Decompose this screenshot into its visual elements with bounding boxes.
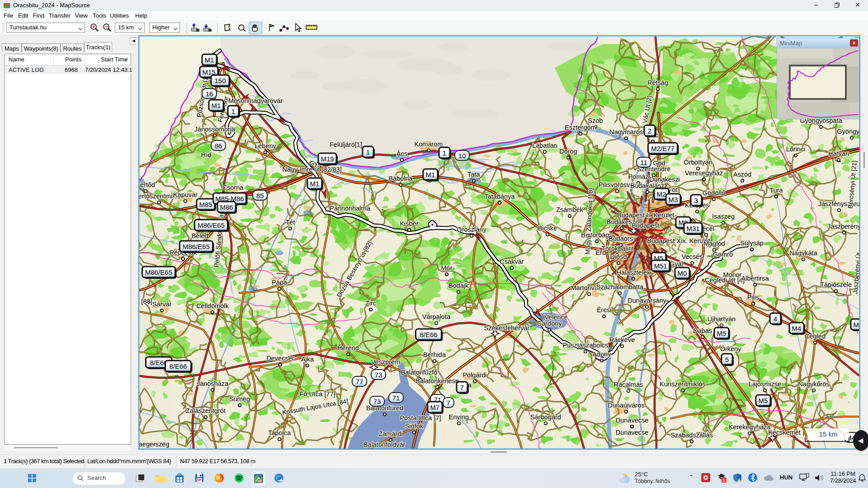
svg-text:Sümeg: Sümeg	[229, 395, 250, 403]
svg-text:Vecsés: Vecsés	[682, 253, 703, 260]
svg-text:Zamárdi: Zamárdi	[378, 430, 402, 437]
svg-text:Örkény: Örkény	[720, 345, 741, 352]
svg-text:Dunavecse: Dunavecse	[616, 429, 649, 436]
svg-text:M1: M1	[426, 171, 435, 178]
svg-text:Kerekegyháza: Kerekegyháza	[729, 423, 771, 431]
svg-text:Diósd: Diósd	[610, 253, 627, 260]
svg-text:Dunakeszi: Dunakeszi	[649, 176, 680, 183]
svg-text:Fertőd: Fertőd	[138, 181, 155, 188]
svg-text:10: 10	[458, 152, 466, 160]
svg-text:Hatvan: Hatvan	[828, 150, 849, 157]
svg-text:ra [88]: ra [88]	[138, 298, 152, 305]
svg-text:7: 7	[460, 384, 464, 391]
svg-text:M1: M1	[212, 102, 221, 109]
svg-text:Tatabánya: Tatabánya	[485, 193, 515, 200]
svg-text:Szob: Szob	[588, 117, 603, 124]
svg-text:Bábolna: Bábolna	[388, 175, 413, 182]
svg-text:Székesfehérvár: Székesfehérvár	[484, 324, 530, 332]
svg-text:Ráckeve: Ráckeve	[609, 336, 635, 343]
svg-text:Pusztaszabolcs: Pusztaszabolcs	[563, 342, 609, 349]
svg-text:Ajka: Ajka	[301, 356, 314, 363]
svg-text:Komárom: Komárom	[415, 141, 443, 148]
svg-text:77: 77	[356, 378, 363, 385]
svg-text:Ércsi: Ércsi	[597, 306, 611, 314]
svg-text:Százhalombatta: Százhalombatta	[596, 283, 644, 291]
svg-text:Tápiószele: Tápiószele	[820, 281, 852, 288]
svg-text:M1: M1	[205, 56, 214, 64]
svg-text:Dunaújváros: Dunaújváros	[608, 402, 644, 409]
svg-text:Csorna: Csorna	[222, 184, 244, 191]
svg-text:8/E66: 8/E66	[420, 331, 437, 338]
svg-text:Veresegyház: Veresegyház	[685, 169, 723, 177]
svg-text:Budaörs: Budaörs	[609, 235, 633, 242]
svg-text:1: 1	[443, 149, 446, 157]
svg-text:Szabadszállás: Szabadszállás	[670, 432, 713, 439]
svg-text:7: 7	[447, 399, 450, 407]
svg-text:M86/E65: M86/E65	[198, 221, 225, 229]
svg-text:M51: M51	[654, 262, 667, 270]
svg-text:Tura: Tura	[769, 187, 783, 194]
svg-text:M4: M4	[792, 324, 802, 332]
svg-text:Lébény: Lébény	[255, 142, 276, 150]
svg-text:1: 1	[231, 108, 235, 115]
svg-text:M1: M1	[310, 180, 320, 188]
svg-text:M2: M2	[657, 190, 666, 198]
svg-text:1: 1	[366, 148, 370, 156]
svg-text:M19: M19	[321, 155, 334, 163]
svg-text:Őrbottyán: Őrbottyán	[684, 159, 712, 166]
svg-text:Kapuvár: Kapuvár	[173, 191, 198, 198]
svg-text:M31: M31	[686, 225, 699, 232]
svg-text:Balatonkenese: Balatonkenese	[415, 377, 459, 385]
svg-text:8/E66: 8/E66	[169, 362, 187, 370]
svg-text:Tata: Tata	[467, 171, 480, 178]
svg-text:Nagykáta: Nagykáta	[789, 249, 817, 257]
svg-text:Albertirsa: Albertirsa	[741, 275, 769, 282]
svg-text:M86: M86	[220, 203, 233, 211]
svg-text:Berhida: Berhida	[423, 351, 446, 358]
svg-text:M7: M7	[430, 404, 440, 411]
svg-text:Tapolca: Tapolca	[268, 429, 291, 436]
svg-text:Pápa: Pápa	[272, 279, 288, 286]
svg-text:Újhartyán: Újhartyán	[708, 315, 736, 323]
svg-text:Dabas: Dabas	[693, 327, 712, 334]
svg-text:11: 11	[640, 159, 647, 166]
svg-text:Celldömölk: Celldömölk	[196, 302, 229, 310]
svg-text:5: 5	[725, 356, 729, 363]
svg-text:Esztergom: Esztergom	[565, 124, 596, 131]
svg-text:85: 85	[256, 192, 264, 199]
svg-text:Kecskemét: Kecskemét	[768, 429, 801, 436]
svg-text:3: 3	[694, 197, 698, 204]
svg-text:16: 16	[206, 90, 213, 98]
svg-text:Zsámbék: Zsámbék	[556, 206, 583, 213]
svg-text:Maglód: Maglód	[703, 240, 725, 247]
svg-text:M5: M5	[717, 329, 726, 337]
svg-text:Jánosháza: Jánosháza	[197, 380, 229, 387]
svg-text:Posta Utca [7]: Posta Utca [7]	[400, 414, 441, 422]
svg-text:Adony: Adony	[592, 351, 611, 358]
svg-text:Balatonfűzfő: Balatonfűzfő	[401, 369, 438, 376]
svg-text:Herend: Herend	[337, 344, 359, 352]
svg-text:4: 4	[774, 315, 777, 323]
svg-text:Rácalmás: Rácalmás	[614, 381, 643, 388]
svg-text:Bodajk: Bodajk	[448, 282, 469, 289]
svg-text:Gyöngyös: Gyöngyös	[837, 128, 860, 135]
svg-text:Pomáz: Pomáz	[628, 173, 648, 180]
svg-text:Polgárdi: Polgárdi	[462, 371, 486, 379]
svg-text:Sárbogárd: Sárbogárd	[530, 413, 561, 421]
svg-text:Dorog: Dorog	[559, 148, 577, 155]
svg-text:M2/E77: M2/E77	[651, 145, 675, 152]
svg-text:Jászberény: Jászberény	[827, 223, 860, 230]
svg-text:Zalaszentgrót: Zalaszentgrót	[186, 407, 226, 414]
svg-text:Gárdony: Gárdony	[537, 320, 562, 327]
svg-text:5: 5	[723, 478, 725, 483]
svg-text:Bicske: Bicske	[538, 225, 557, 232]
svg-text:73: 73	[375, 371, 382, 379]
svg-text:Sülysáp: Sülysáp	[740, 239, 764, 247]
svg-text:150: 150	[214, 77, 226, 84]
svg-text:Enying: Enying	[449, 413, 469, 421]
svg-text:15 km: 15 km	[819, 430, 838, 438]
svg-text:Zirc: Zirc	[365, 300, 376, 307]
svg-text:Kisbér: Kisbér	[400, 220, 418, 227]
svg-text:alaegerszeg: alaegerszeg	[138, 441, 170, 448]
svg-text:M5: M5	[759, 397, 768, 404]
